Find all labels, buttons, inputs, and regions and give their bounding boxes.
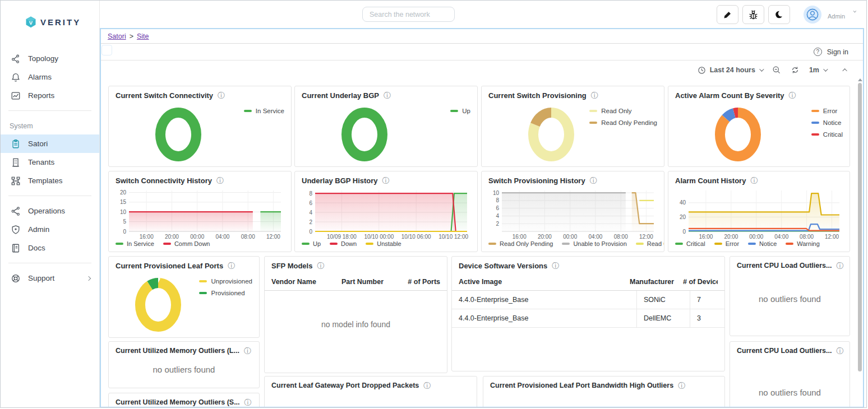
sidebar-item-support[interactable]: Support — [1, 269, 99, 287]
legend-item[interactable]: Comm Down — [163, 240, 210, 247]
chart-legend: ErrorNoticeCritical — [811, 108, 849, 143]
svg-text:16:00: 16:00 — [140, 234, 154, 240]
legend-item[interactable]: Unprovisioned — [199, 278, 252, 285]
chevron-down-icon[interactable] — [853, 10, 857, 13]
sidebar-item-docs[interactable]: Docs — [1, 239, 99, 257]
card-current-provisioned-leaf-port-bandwidth-high-outliers: Current Provisioned Leaf Port Bandwidth … — [483, 376, 725, 408]
legend-swatch — [636, 243, 644, 245]
card-title: Current Switch Provisioning — [488, 91, 587, 100]
info-icon[interactable]: ⓘ — [218, 92, 225, 99]
legend-label: Read Only Pending — [500, 240, 553, 247]
svg-text:16:00: 16:00 — [699, 234, 713, 240]
legend-item[interactable]: Up — [450, 108, 470, 114]
legend-item[interactable]: Up — [302, 240, 321, 247]
sidebar-item-reports[interactable]: Reports — [1, 86, 99, 105]
svg-text:04:00: 04:00 — [774, 234, 788, 240]
legend-item[interactable]: Read Only Pending — [488, 240, 553, 247]
annotate-button[interactable] — [717, 5, 738, 24]
info-icon[interactable]: ⓘ — [382, 177, 390, 184]
sidebar-item-topology[interactable]: Topology — [1, 49, 99, 68]
legend-item[interactable]: Critical — [811, 131, 843, 138]
card-title: Current Switch Connectivity — [116, 91, 213, 100]
legend-swatch — [199, 292, 207, 294]
info-icon[interactable]: ⓘ — [423, 382, 431, 389]
legend-swatch — [450, 110, 458, 112]
legend-item[interactable]: Error — [714, 240, 739, 247]
scrollbar-up-arrow[interactable] — [858, 78, 862, 81]
legend-label: Up — [313, 240, 321, 247]
legend-item[interactable]: Notice — [748, 240, 777, 247]
sidebar-item-templates[interactable]: Templates — [1, 171, 99, 190]
column-header[interactable]: Active Image — [459, 278, 630, 286]
table-row[interactable]: 4.4.0-Enterprise_BaseSONiC7 — [452, 291, 724, 309]
line-chart[interactable]: 0246810/09 18:0010/10 00:0010/10 06:0010… — [301, 187, 472, 240]
chevron-right-icon — [86, 276, 91, 280]
dashboard-cards: Current Switch Connectivityⓘ In Service … — [101, 29, 863, 407]
svg-text:2: 2 — [496, 221, 499, 227]
sidebar-item-satori[interactable]: Satori — [1, 134, 99, 153]
sidebar-item-admin[interactable]: Admin — [1, 220, 99, 239]
info-icon[interactable]: ⓘ — [591, 92, 598, 99]
card-title: Current Provisioned Leaf Port Bandwidth … — [490, 382, 673, 389]
legend-item[interactable]: Warning — [786, 240, 820, 247]
legend-item[interactable]: Down — [330, 240, 357, 247]
info-icon[interactable]: ⓘ — [317, 262, 324, 269]
user-avatar[interactable] — [804, 6, 821, 24]
top-bar: Admin — [100, 1, 864, 28]
info-icon[interactable]: ⓘ — [552, 262, 559, 269]
legend-label: Error — [823, 108, 838, 114]
info-icon[interactable]: ⓘ — [384, 92, 391, 99]
info-icon[interactable]: ⓘ — [836, 347, 843, 355]
legend-label: Up — [462, 108, 470, 114]
info-icon[interactable]: ⓘ — [789, 92, 796, 99]
legend-item[interactable]: Notice — [811, 119, 843, 126]
line-chart[interactable]: 0510152016:0020:0000:0004:0008:0012:00 — [114, 187, 285, 240]
info-icon[interactable]: ⓘ — [590, 177, 597, 184]
info-icon[interactable]: ⓘ — [216, 177, 224, 184]
info-icon[interactable]: ⓘ — [750, 177, 758, 184]
legend-item[interactable]: Provisioned — [199, 290, 252, 296]
search-input[interactable] — [362, 7, 455, 22]
sidebar-item-operations[interactable]: Operations — [1, 202, 99, 220]
legend-item[interactable]: In Service — [116, 240, 154, 247]
legend-item[interactable]: Read Only — [636, 240, 664, 247]
brand-name: VERITY — [40, 17, 81, 27]
svg-text:8: 8 — [309, 190, 312, 197]
legend-item[interactable]: In Service — [244, 108, 284, 114]
column-header[interactable]: Part Number — [341, 278, 408, 286]
legend-item[interactable]: Unstable — [366, 240, 401, 247]
sidebar-item-tenants[interactable]: Tenants — [1, 153, 99, 171]
dark-mode-button[interactable] — [768, 5, 790, 24]
table-row[interactable]: 4.4.0-Enterprise_BaseDellEMC3 — [452, 309, 724, 328]
donut-chart — [523, 103, 579, 167]
legend-item[interactable]: Unable to Provision — [562, 240, 626, 247]
info-icon[interactable]: ⓘ — [678, 382, 685, 389]
line-chart[interactable]: 24681016:0020:0000:0004:0008:0012:00 — [487, 187, 658, 240]
info-icon[interactable]: ⓘ — [228, 262, 235, 269]
legend-swatch — [330, 243, 338, 245]
line-chart[interactable]: 0204016:0020:0000:0004:0008:0012:00 — [674, 187, 844, 240]
svg-text:10/10 06:00: 10/10 06:00 — [401, 234, 431, 240]
legend-item[interactable]: Read Only — [589, 108, 657, 114]
report-bug-button[interactable] — [742, 5, 764, 24]
column-header[interactable]: # of Ports — [408, 278, 440, 286]
card-title: Switch Provisioning History — [488, 176, 585, 185]
svg-text:10: 10 — [493, 190, 500, 196]
scrollbar-thumb[interactable] — [858, 83, 862, 371]
legend-item[interactable]: Read Only Pending — [589, 119, 657, 126]
column-header[interactable]: # of Devices — [683, 278, 718, 286]
legend-label: Critical — [686, 240, 705, 247]
column-header[interactable]: Vendor Name — [271, 278, 341, 286]
column-header[interactable]: Manufacturer — [630, 278, 683, 286]
sidebar-item-alarms[interactable]: Alarms — [1, 68, 99, 86]
legend-item[interactable]: Critical — [675, 240, 705, 247]
info-icon[interactable]: ⓘ — [836, 262, 843, 269]
card-underlay-bgp-history: Underlay BGP Historyⓘ 0246810/09 18:0010… — [294, 171, 478, 252]
legend-item[interactable]: Error — [811, 108, 843, 114]
chart-legend: Read Only PendingUnable to ProvisionRead… — [488, 240, 657, 247]
scrollbar[interactable] — [857, 78, 862, 407]
table-header: Vendor Name Part Number # of Ports — [265, 272, 447, 291]
bug-icon — [748, 10, 759, 20]
info-icon[interactable]: ⓘ — [244, 399, 252, 406]
info-icon[interactable]: ⓘ — [244, 347, 251, 355]
